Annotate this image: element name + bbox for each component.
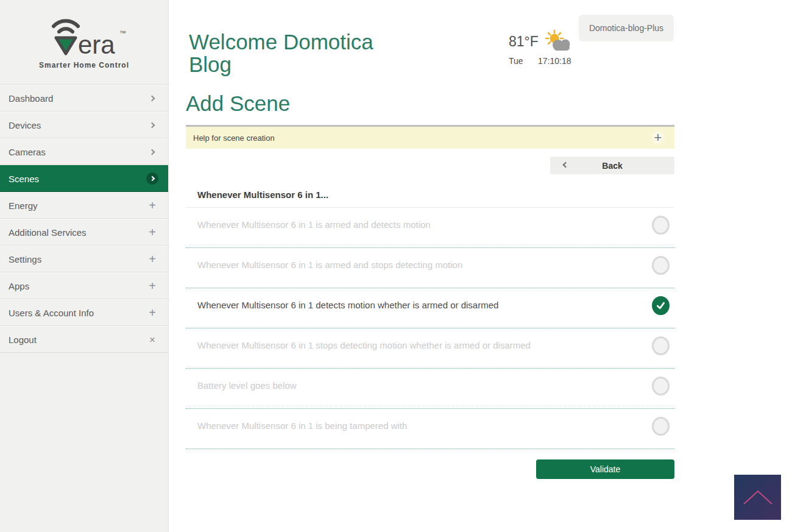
trigger-list-header: Whenever Multisensor 6 in 1...	[186, 190, 674, 208]
sidebar-item-label: Apps	[9, 281, 29, 291]
sidebar-item-label: Cameras	[9, 147, 46, 157]
chevron-right-icon	[146, 146, 158, 158]
svg-text:era: era	[78, 30, 115, 59]
temperature-value: 81°F	[509, 34, 539, 50]
sidebar-item-label: Dashboard	[9, 93, 53, 104]
trigger-option[interactable]: Whenever Multisensor 6 in 1 is armed and…	[186, 208, 674, 248]
page-title: Add Scene	[186, 91, 674, 116]
sidebar-item-label: Additional Services	[9, 227, 87, 238]
clock: 17:10:18	[538, 56, 571, 66]
sidebar-item-label: Devices	[9, 120, 41, 130]
back-button[interactable]: Back	[550, 157, 674, 174]
trigger-list: Whenever Multisensor 6 in 1... Whenever …	[186, 190, 674, 479]
trigger-option-label: Whenever Multisensor 6 in 1 is armed and…	[197, 219, 431, 230]
chevron-right-icon	[146, 92, 158, 104]
page-header: Welcome Domotica Blog 81°F	[186, 0, 674, 90]
sidebar-item-devices[interactable]: Devices	[0, 112, 168, 138]
trigger-option-label: Battery level goes below	[197, 380, 297, 391]
trigger-option-label: Whenever Multisensor 6 in 1 is being tam…	[197, 420, 407, 431]
trigger-option-label: Whenever Multisensor 6 in 1 stops detect…	[197, 340, 531, 350]
sidebar-item-dashboard[interactable]: Dashboard	[0, 85, 168, 112]
sidebar-item-label: Energy	[9, 200, 38, 211]
vera-logo-icon: era ™	[35, 16, 133, 60]
logo-tagline: Smarter Home Control	[0, 61, 168, 69]
expand-plus-icon[interactable]: +	[650, 130, 666, 146]
chevron-up-icon	[741, 488, 775, 506]
controller-button[interactable]: Domotica-blog-Plus	[579, 15, 674, 41]
sidebar-item-apps[interactable]: Apps+	[0, 272, 168, 299]
trigger-option[interactable]: Battery level goes below	[186, 369, 674, 409]
plus-icon: +	[146, 253, 158, 265]
plus-icon: +	[146, 199, 158, 211]
radio-icon[interactable]	[652, 336, 670, 355]
trigger-option-label: Whenever Multisensor 6 in 1 is armed and…	[197, 260, 462, 270]
plus-icon: +	[146, 226, 158, 238]
sidebar-item-logout[interactable]: Logout×	[0, 326, 168, 353]
chevron-left-icon	[563, 162, 569, 168]
weather-widget: 81°F	[509, 29, 582, 66]
trigger-option[interactable]: Whenever Multisensor 6 in 1 is armed and…	[186, 248, 674, 288]
chevron-right-icon	[146, 172, 158, 185]
sidebar-item-scenes[interactable]: Scenes	[0, 165, 168, 192]
radio-checked-icon[interactable]	[652, 296, 670, 315]
help-bar[interactable]: Help for scene creation +	[186, 125, 674, 149]
sun-cloud-icon	[544, 29, 572, 52]
sidebar-item-additional-services[interactable]: Additional Services+	[0, 219, 168, 246]
trigger-option-label: Whenever Multisensor 6 in 1 detects moti…	[197, 300, 498, 310]
back-button-label: Back	[602, 161, 622, 171]
plus-icon: +	[146, 280, 158, 292]
scroll-to-top-button[interactable]	[734, 475, 781, 520]
chevron-right-icon	[146, 119, 158, 131]
trigger-option[interactable]: Whenever Multisensor 6 in 1 detects moti…	[186, 288, 674, 328]
sidebar-item-settings[interactable]: Settings+	[0, 246, 168, 272]
close-icon: ×	[146, 333, 158, 346]
radio-icon[interactable]	[652, 256, 670, 275]
trigger-option[interactable]: Whenever Multisensor 6 in 1 stops detect…	[186, 328, 674, 369]
sidebar-item-cameras[interactable]: Cameras	[0, 138, 168, 165]
validate-button[interactable]: Validate	[536, 459, 674, 479]
sidebar-item-label: Scenes	[9, 174, 39, 184]
weather-day: Tue	[509, 56, 538, 66]
sidebar-menu: DashboardDevicesCamerasScenesEnergy+Addi…	[0, 84, 168, 353]
radio-icon[interactable]	[652, 377, 670, 395]
sidebar-item-users-account-info[interactable]: Users & Account Info+	[0, 299, 168, 326]
trigger-options: Whenever Multisensor 6 in 1 is armed and…	[186, 208, 674, 449]
trigger-option[interactable]: Whenever Multisensor 6 in 1 is being tam…	[186, 409, 674, 449]
sidebar: era ™ Smarter Home Control DashboardDevi…	[0, 0, 169, 532]
vera-logo: era ™ Smarter Home Control	[0, 0, 168, 78]
welcome-heading: Welcome Domotica Blog	[189, 30, 420, 76]
plus-icon: +	[146, 307, 158, 319]
radio-icon[interactable]	[652, 216, 670, 235]
sidebar-item-label: Logout	[9, 335, 37, 345]
sidebar-item-label: Users & Account Info	[9, 308, 94, 318]
main-content: Welcome Domotica Blog 81°F	[169, 0, 792, 532]
sidebar-item-label: Settings	[9, 254, 41, 264]
sidebar-item-energy[interactable]: Energy+	[0, 192, 168, 219]
radio-icon[interactable]	[652, 417, 670, 436]
help-bar-label: Help for scene creation	[193, 133, 275, 143]
svg-text:™: ™	[119, 29, 126, 37]
